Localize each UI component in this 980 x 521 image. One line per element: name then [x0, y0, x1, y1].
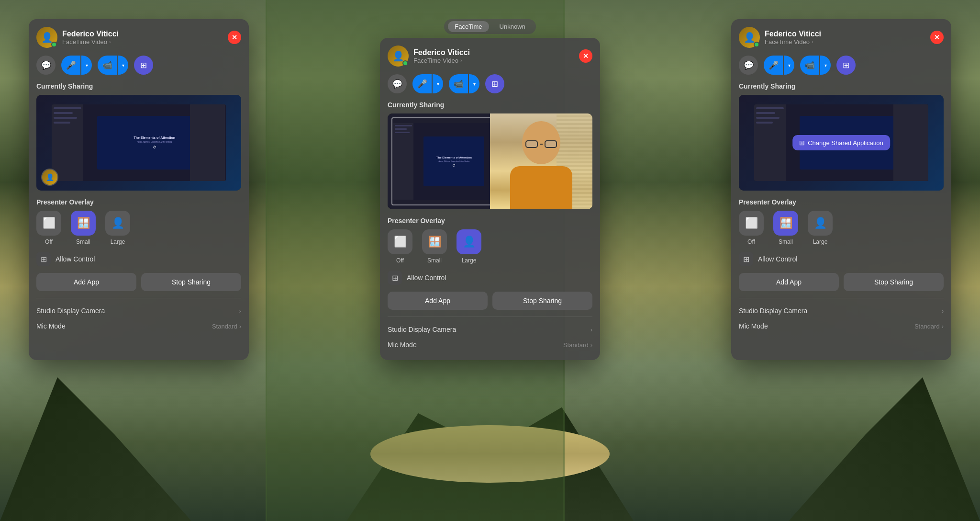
- left-studio-chevron-icon: ›: [239, 307, 241, 315]
- center-mic-mode-value-row: Standard ›: [563, 341, 592, 349]
- center-slide-icon: ⏱: [452, 164, 456, 167]
- left-overlay-small[interactable]: 🪟 Small: [71, 211, 96, 245]
- right-presenter-overlay-label: Presenter Overlay: [739, 198, 944, 206]
- center-screen-main-mini: The Elements of Attention Apps, Niches, …: [413, 123, 494, 200]
- center-currently-sharing-label: Currently Sharing: [388, 101, 592, 109]
- left-mic-button[interactable]: 🎤: [61, 56, 80, 75]
- right-currently-sharing-label: Currently Sharing: [739, 82, 944, 90]
- left-add-app-button[interactable]: Add App: [36, 273, 136, 291]
- left-overlay-large-icon: 👤: [105, 211, 130, 236]
- change-shared-app-button[interactable]: ⊞ Change Shared Application: [792, 135, 890, 150]
- center-avatar-status: [402, 60, 408, 66]
- right-studio-display-row[interactable]: Studio Display Camera ›: [739, 303, 944, 318]
- right-panel-preview: The Elements of Attention Apps, Niches, …: [739, 95, 944, 191]
- right-mic-dropdown[interactable]: ▾: [784, 56, 794, 75]
- center-slide-subtitle: Apps, Niches, Expertise & the Media: [438, 160, 469, 162]
- center-overlay-small[interactable]: 🪟 Small: [422, 229, 447, 264]
- right-mic-mode-value: Standard: [914, 323, 940, 330]
- right-overlay-off[interactable]: ⬜ Off: [739, 211, 764, 245]
- center-separator: [388, 317, 592, 317]
- right-mic-button[interactable]: 🎤: [764, 56, 783, 75]
- center-user-name: Federico Viticci: [413, 48, 579, 57]
- left-stop-sharing-button[interactable]: Stop Sharing: [141, 273, 241, 291]
- right-overlay-small[interactable]: 🪟 Small: [773, 211, 798, 245]
- right-panel-header: 👤 Federico Viticci FaceTime Video › ✕: [739, 27, 944, 48]
- center-close-button[interactable]: ✕: [579, 49, 592, 63]
- right-header-info: Federico Viticci FaceTime Video ›: [765, 30, 930, 45]
- left-subtitle-chevron: ›: [109, 39, 111, 45]
- left-studio-display-label: Studio Display Camera: [36, 307, 105, 315]
- center-mic-dropdown[interactable]: ▾: [433, 74, 443, 93]
- center-video-button[interactable]: 📹: [449, 74, 468, 93]
- right-overlay-large-label: Large: [813, 238, 828, 245]
- center-person-glasses: [525, 140, 557, 148]
- center-overlay-off-icon: ⬜: [388, 229, 412, 254]
- left-mic-mode-row[interactable]: Mic Mode Standard ›: [36, 318, 241, 334]
- center-presenter-overlay: Presenter Overlay ⬜ Off 🪟 Small 👤 Large: [388, 217, 592, 264]
- right-overlay-small-icon: 🪟: [773, 211, 798, 236]
- left-allow-control[interactable]: ⊞ Allow Control: [36, 252, 241, 266]
- left-overlay-large[interactable]: 👤 Large: [105, 211, 130, 245]
- left-slide-title: The Elements of Attention: [134, 136, 175, 139]
- right-user-subtitle: FaceTime Video ›: [765, 38, 930, 45]
- left-share-button[interactable]: ⊞: [134, 56, 153, 75]
- right-studio-chevron: ›: [942, 307, 944, 315]
- right-video-dropdown[interactable]: ▾: [820, 56, 831, 75]
- panels-container: 👤 Federico Viticci FaceTime Video › ✕ 💬 …: [29, 19, 951, 360]
- left-video-dropdown[interactable]: ▾: [118, 56, 128, 75]
- center-overlay-small-label: Small: [427, 257, 442, 264]
- center-stop-sharing-button[interactable]: Stop Sharing: [492, 292, 592, 310]
- right-stop-sharing-button[interactable]: Stop Sharing: [844, 273, 944, 291]
- right-close-button[interactable]: ✕: [930, 31, 944, 44]
- right-mic-mode-chevron: ›: [942, 323, 944, 330]
- center-screen-mini: The Elements of Attention Apps, Niches, …: [393, 123, 495, 200]
- center-overlay-off-label: Off: [396, 257, 404, 264]
- tab-unknown[interactable]: Unknown: [493, 21, 532, 32]
- left-slide-icon: ⏱: [153, 145, 156, 149]
- left-allow-control-icon: ⊞: [36, 252, 51, 266]
- center-allow-control-icon: ⊞: [388, 271, 402, 285]
- right-message-button[interactable]: 💬: [739, 56, 758, 75]
- left-avatar: 👤: [36, 27, 57, 48]
- right-avatar: 👤: [739, 27, 760, 48]
- tab-facetime[interactable]: FaceTime: [448, 21, 489, 32]
- right-video-button[interactable]: 📹: [800, 56, 819, 75]
- left-video-group: 📹 ▾: [98, 56, 128, 75]
- left-mic-mode-value-row: Standard ›: [212, 323, 241, 330]
- left-mic-dropdown[interactable]: ▾: [81, 56, 92, 75]
- left-overlay-off-label: Off: [45, 238, 53, 245]
- right-add-app-button[interactable]: Add App: [739, 273, 839, 291]
- left-controls-row: 💬 🎤 ▾ 📹 ▾ ⊞: [36, 56, 241, 75]
- facetime-tabs: FaceTime Unknown: [444, 19, 536, 34]
- center-action-buttons: Add App Stop Sharing: [388, 292, 592, 310]
- center-share-button[interactable]: ⊞: [485, 74, 504, 93]
- center-allow-control[interactable]: ⊞ Allow Control: [388, 271, 592, 285]
- right-allow-control[interactable]: ⊞ Allow Control: [739, 252, 944, 266]
- left-video-button[interactable]: 📹: [98, 56, 117, 75]
- left-presenter-thumb: 👤: [41, 169, 58, 186]
- center-allow-control-text: Allow Control: [407, 274, 446, 282]
- center-overlay-off[interactable]: ⬜ Off: [388, 229, 412, 264]
- right-overlay-large[interactable]: 👤 Large: [808, 211, 833, 245]
- center-avatar: 👤: [388, 45, 409, 67]
- left-overlay-small-icon: 🪟: [71, 211, 96, 236]
- left-close-button[interactable]: ✕: [228, 31, 241, 44]
- change-app-icon: ⊞: [799, 139, 805, 147]
- right-mic-mode-row[interactable]: Mic Mode Standard ›: [739, 318, 944, 334]
- center-screen-share: The Elements of Attention Apps, Niches, …: [388, 113, 500, 209]
- left-allow-control-text: Allow Control: [56, 255, 95, 263]
- center-video-dropdown[interactable]: ▾: [469, 74, 479, 93]
- center-mic-mode-row[interactable]: Mic Mode Standard ›: [388, 337, 592, 352]
- center-message-button[interactable]: 💬: [388, 74, 407, 93]
- center-presenter-overlay-label: Presenter Overlay: [388, 217, 592, 225]
- change-app-label: Change Shared Application: [808, 139, 883, 147]
- center-studio-chevron-icon: ›: [590, 326, 592, 333]
- right-share-button[interactable]: ⊞: [836, 56, 856, 75]
- left-overlay-off[interactable]: ⬜ Off: [36, 211, 61, 245]
- center-mic-button[interactable]: 🎤: [412, 74, 432, 93]
- center-add-app-button[interactable]: Add App: [388, 292, 488, 310]
- center-studio-display-row[interactable]: Studio Display Camera ›: [388, 322, 592, 337]
- center-overlay-large[interactable]: 👤 Large: [457, 229, 481, 264]
- left-message-button[interactable]: 💬: [36, 56, 56, 75]
- left-studio-display-row[interactable]: Studio Display Camera ›: [36, 303, 241, 318]
